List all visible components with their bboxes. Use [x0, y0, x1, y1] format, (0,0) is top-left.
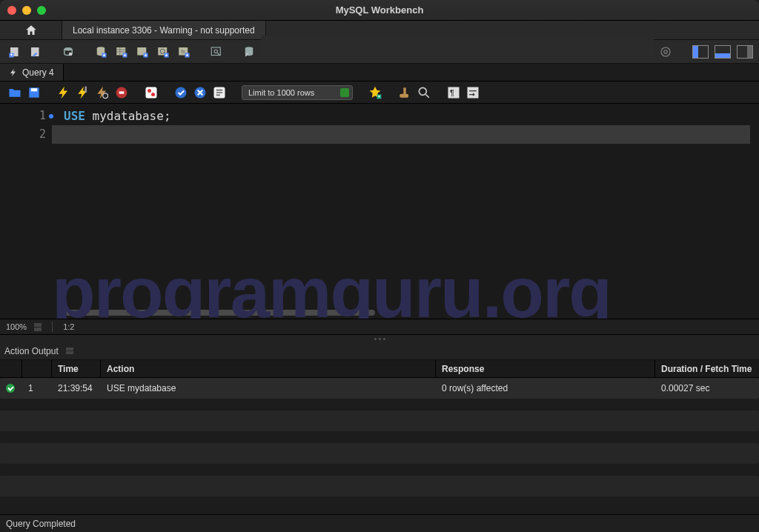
output-row-empty	[0, 476, 759, 496]
zoom-window-button[interactable]	[37, 6, 46, 15]
output-selector-bar: Action Output	[0, 342, 759, 360]
query-tab-bar: Query 4	[0, 64, 759, 82]
query-tab[interactable]: Query 4	[0, 64, 64, 81]
find-button[interactable]	[417, 85, 431, 100]
col-time[interactable]: Time	[52, 360, 101, 377]
row-action: USE mydatabase	[101, 378, 436, 399]
home-icon	[24, 24, 38, 37]
lightning-icon	[9, 68, 18, 77]
zoom-stepper[interactable]	[34, 323, 42, 331]
editor-code-area[interactable]: USE mydatabase;	[52, 104, 759, 319]
output-type-stepper[interactable]	[66, 348, 73, 354]
toggle-autocommit-button[interactable]	[144, 85, 159, 100]
sql-keyword: USE	[64, 109, 85, 123]
svg-point-29	[148, 89, 151, 93]
toggle-limit-button[interactable]	[212, 85, 227, 100]
explain-button[interactable]	[95, 85, 110, 100]
output-row-empty	[0, 443, 759, 464]
home-tab[interactable]	[0, 21, 62, 39]
title-bar: MySQL Workbench	[0, 0, 759, 21]
svg-rect-28	[146, 87, 157, 98]
new-sql-tab-button[interactable]	[6, 43, 24, 61]
row-duration: 0.00027 sec	[655, 378, 759, 399]
svg-rect-27	[119, 91, 125, 93]
row-limit-select[interactable]: Limit to 1000 rows	[242, 85, 353, 100]
editor-toolbar: Limit to 1000 rows ¶	[0, 82, 759, 104]
svg-text:¶: ¶	[450, 89, 454, 97]
toggle-bottom-panel-button[interactable]	[715, 45, 731, 59]
col-action[interactable]: Action	[101, 360, 436, 377]
toggle-left-panel-button[interactable]	[692, 45, 709, 59]
svg-point-37	[419, 87, 426, 95]
commit-button[interactable]	[173, 85, 188, 100]
toggle-wrap-button[interactable]	[465, 85, 480, 100]
settings-gear-button[interactable]	[657, 43, 675, 61]
row-response: 0 row(s) affected	[436, 378, 655, 399]
output-row-empty	[0, 410, 759, 431]
zoom-level: 100%	[6, 322, 27, 331]
inspector-button[interactable]	[59, 43, 77, 61]
connection-tab-label: Local instance 3306 - Warning - not supp…	[73, 25, 255, 36]
create-view-button[interactable]	[133, 43, 151, 61]
toggle-whitespace-button[interactable]: ¶	[446, 85, 461, 100]
toggle-right-panel-button[interactable]	[737, 45, 753, 59]
col-duration[interactable]: Duration / Fetch Time	[655, 360, 759, 377]
create-procedure-button[interactable]	[154, 43, 172, 61]
output-grid-header: Time Action Response Duration / Fetch Ti…	[0, 360, 759, 378]
reconnect-button[interactable]	[240, 43, 258, 61]
create-function-button[interactable]: fx	[175, 43, 193, 61]
row-num: 1	[22, 378, 52, 399]
editor-gutter: 1 2	[0, 104, 52, 319]
execute-all-button[interactable]	[56, 85, 71, 100]
svg-point-31	[176, 87, 187, 98]
output-grid-body: 1 21:39:54 USE mydatabase 0 row(s) affec…	[0, 378, 759, 514]
svg-point-30	[151, 93, 155, 96]
output-row[interactable]: 1 21:39:54 USE mydatabase 0 row(s) affec…	[0, 378, 759, 399]
col-response[interactable]: Response	[436, 360, 655, 377]
sql-editor[interactable]: 1 2 USE mydatabase; programguru.org	[0, 104, 759, 319]
svg-rect-23	[31, 88, 37, 91]
create-table-button[interactable]	[113, 43, 130, 61]
snippets-button[interactable]	[368, 85, 382, 100]
window-title: MySQL Workbench	[0, 4, 759, 16]
svg-point-3	[64, 47, 73, 51]
main-toolbar: fx	[0, 40, 759, 64]
app-window: MySQL Workbench Local instance 3306 - Wa…	[0, 0, 759, 532]
execute-current-button[interactable]	[76, 85, 90, 100]
save-file-button[interactable]	[27, 85, 42, 100]
sql-punct: ;	[164, 109, 171, 123]
row-time: 21:39:54	[52, 378, 101, 399]
sql-identifier: mydatabase	[85, 109, 164, 123]
svg-point-4	[69, 52, 73, 56]
status-bar: Query Completed	[0, 514, 759, 532]
editor-horizontal-scrollbar[interactable]	[64, 310, 375, 316]
minimize-window-button[interactable]	[22, 6, 31, 15]
connection-tab[interactable]: Local instance 3306 - Warning - not supp…	[62, 21, 266, 39]
svg-rect-24	[85, 86, 87, 92]
line-number: 1	[39, 109, 46, 122]
table-data-search-button[interactable]	[208, 43, 225, 61]
open-file-button[interactable]	[7, 85, 22, 100]
window-controls	[7, 6, 46, 15]
line-number: 2	[39, 127, 46, 141]
svg-point-25	[103, 93, 108, 98]
svg-text:fx: fx	[181, 48, 185, 55]
editor-status-bar: 100% 1:2	[0, 319, 759, 335]
svg-point-21	[664, 50, 668, 53]
col-num	[22, 360, 52, 377]
status-text: Query Completed	[6, 519, 76, 529]
row-limit-label: Limit to 1000 rows	[248, 88, 314, 97]
create-schema-button[interactable]	[92, 43, 110, 61]
open-sql-file-button[interactable]	[27, 43, 44, 61]
horizontal-splitter[interactable]	[0, 335, 759, 342]
close-window-button[interactable]	[7, 6, 16, 15]
success-icon	[6, 384, 15, 393]
rollback-button[interactable]	[193, 85, 208, 100]
svg-rect-36	[403, 87, 405, 95]
output-type-select[interactable]: Action Output	[4, 346, 59, 356]
stop-button[interactable]	[114, 85, 129, 100]
svg-point-20	[661, 47, 670, 56]
svg-rect-40	[468, 87, 479, 98]
cursor-position: 1:2	[63, 322, 74, 331]
beautify-button[interactable]	[397, 85, 412, 100]
